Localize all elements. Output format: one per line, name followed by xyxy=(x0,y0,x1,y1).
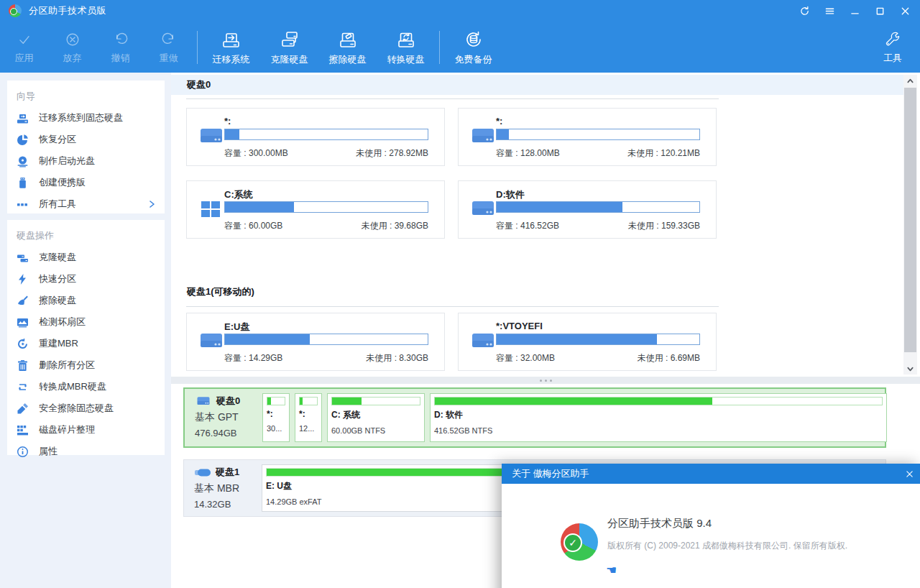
toolbar-cancel-button[interactable]: 放弃 xyxy=(48,26,96,69)
sidebar-item[interactable]: 擦除硬盘 xyxy=(7,290,165,311)
disk-migrate-icon xyxy=(221,29,242,50)
volume-card[interactable]: *:容量 : 128.00MB未使用 : 120.21MB xyxy=(458,108,717,166)
disk-convert-icon xyxy=(395,29,417,50)
convert-icon xyxy=(17,381,29,393)
divider xyxy=(186,306,719,307)
dialog-close-icon[interactable] xyxy=(898,464,920,484)
volume-card-footer: 容量 : 300.00MB未使用 : 278.92MB xyxy=(224,147,428,160)
volume-card-footer: 容量 : 60.00GB未使用 : 39.68GB xyxy=(224,220,428,232)
partition-label: *: xyxy=(299,409,318,419)
disk-map-row[interactable]: 硬盘0基本 GPT476.94GB*:30...*:12...C: 系统60.0… xyxy=(183,387,886,448)
partition-usage-bar xyxy=(331,397,420,405)
volume-usage-bar xyxy=(224,334,428,345)
sidebar-item[interactable]: 克隆硬盘 xyxy=(7,247,165,268)
volume-usage-fill xyxy=(497,334,657,344)
window-minimize-icon[interactable] xyxy=(845,2,864,19)
hdd-icon xyxy=(470,198,496,220)
scrollbar-thumb[interactable] xyxy=(904,88,916,352)
badsector-icon xyxy=(17,316,29,329)
sidebar-item-label: 检测坏扇区 xyxy=(39,316,86,329)
volume-card[interactable]: E:U盘容量 : 14.29GB未使用 : 8.30GB xyxy=(186,313,445,371)
volume-card-footer: 容量 : 32.00MB未使用 : 6.69MB xyxy=(496,352,700,364)
link-hand-icon[interactable]: ☚ xyxy=(606,563,617,577)
toolbar-disk-wipe-button[interactable]: 擦除硬盘 xyxy=(318,26,377,69)
volume-card-footer: 容量 : 128.00MB未使用 : 120.21MB xyxy=(496,147,700,160)
toolbar-backup-button[interactable]: 免费备份 xyxy=(444,26,502,69)
volume-card[interactable]: C:系统容量 : 60.00GB未使用 : 39.68GB xyxy=(186,180,445,239)
volume-usage-fill xyxy=(497,129,509,139)
sidebar-item-label: 安全擦除固态硬盘 xyxy=(39,402,114,415)
app-window: 分区助手技术员版 应用放弃撤销重做迁移系统克隆硬盘擦除硬盘转换硬盘免费备份工具 … xyxy=(0,0,920,588)
window-close-icon[interactable] xyxy=(896,2,914,19)
sidebar-item[interactable]: 属性 xyxy=(7,441,165,462)
toolbar-disk-migrate-button[interactable]: 迁移系统 xyxy=(202,26,260,69)
scroll-down-icon[interactable] xyxy=(903,363,917,375)
disk-scheme: 基本 GPT xyxy=(195,411,261,424)
sidebar-item[interactable]: 迁移系统到固态硬盘 xyxy=(7,107,165,129)
title-bar: 分区助手技术员版 xyxy=(0,0,920,22)
volume-card[interactable]: D:软件容量 : 416.52GB未使用 : 159.33GB xyxy=(458,180,717,239)
sidebar-item[interactable]: 删除所有分区 xyxy=(7,354,165,376)
unused-text: 未使用 : 6.69MB xyxy=(638,352,700,364)
hdd-icon xyxy=(195,395,212,408)
sidebar-item[interactable]: 转换成MBR硬盘 xyxy=(7,376,165,398)
sidebar-item[interactable]: 所有工具 xyxy=(7,193,165,215)
partition-block[interactable]: *:12... xyxy=(295,393,322,442)
partition-block[interactable]: *:30... xyxy=(262,393,290,442)
volume-usage-bar xyxy=(496,129,700,140)
sidebar-section-title: 硬盘操作 xyxy=(7,220,165,247)
toolbar-disk-clone-button[interactable]: 克隆硬盘 xyxy=(260,26,318,69)
toolbar-redo-button[interactable]: 重做 xyxy=(144,26,193,69)
toolbar-undo-button[interactable]: 撤销 xyxy=(96,26,144,69)
disk-size: 14.32GB xyxy=(194,499,260,510)
partition-block[interactable]: C: 系统60.00GB NTFS xyxy=(327,393,425,442)
about-dialog-titlebar[interactable]: 关于 傲梅分区助手 xyxy=(502,464,920,484)
broom-icon xyxy=(17,295,29,307)
partition-usage-fill xyxy=(435,398,712,405)
toolbar-disk-convert-button[interactable]: 转换硬盘 xyxy=(377,26,435,69)
capacity-text: 容量 : 128.00MB xyxy=(496,147,560,160)
volume-card[interactable]: *:容量 : 300.00MB未使用 : 278.92MB xyxy=(186,108,445,166)
volume-name: D:软件 xyxy=(496,188,525,201)
toolbar-button-label: 重做 xyxy=(160,52,178,65)
disk-clone-icon xyxy=(279,29,300,50)
partition-block[interactable]: D: 软件416.52GB NTFS xyxy=(430,393,887,442)
redo-icon xyxy=(160,30,178,49)
toolbar-tools-button[interactable]: 工具 xyxy=(870,26,916,69)
window-refresh-icon[interactable] xyxy=(795,2,814,19)
unused-text: 未使用 : 120.21MB xyxy=(627,147,700,160)
sidebar-item[interactable]: 检测坏扇区 xyxy=(7,311,165,333)
sidebar: 向导迁移系统到固态硬盘恢复分区制作启动光盘创建便携版所有工具硬盘操作克隆硬盘快速… xyxy=(0,73,171,588)
disk-group-title: 硬盘0 xyxy=(187,78,211,91)
disk-partitions: *:30...*:12...C: 系统60.00GB NTFSD: 软件416.… xyxy=(262,393,887,442)
sidebar-item[interactable]: 安全擦除固态硬盘 xyxy=(7,398,165,419)
sidebar-item-label: 迁移系统到固态硬盘 xyxy=(39,111,123,124)
sidebar-item[interactable]: 重建MBR xyxy=(7,333,165,354)
toolbar-button-label: 擦除硬盘 xyxy=(329,53,367,66)
vertical-scrollbar[interactable] xyxy=(903,75,917,375)
sidebar-section-2: 硬盘操作克隆硬盘快速分区擦除硬盘检测坏扇区重建MBR删除所有分区转换成MBR硬盘… xyxy=(7,220,165,455)
panel-splitter[interactable] xyxy=(171,377,920,384)
sidebar-item[interactable]: 创建便携版 xyxy=(7,172,165,193)
window-maximize-icon[interactable] xyxy=(870,2,889,19)
toolbar-check-button[interactable]: 应用 xyxy=(0,26,48,69)
partition-usage-bar xyxy=(267,397,285,405)
disk-map-header: 硬盘0基本 GPT476.94GB xyxy=(195,395,261,438)
volume-card-footer: 容量 : 416.52GB未使用 : 159.33GB xyxy=(496,220,700,232)
sidebar-item[interactable]: 恢复分区 xyxy=(7,129,165,150)
capacity-text: 容量 : 416.52GB xyxy=(496,220,559,232)
volume-card-footer: 容量 : 14.29GB未使用 : 8.30GB xyxy=(224,352,428,364)
sidebar-item-label: 所有工具 xyxy=(39,198,76,211)
sidebar-item-label: 擦除硬盘 xyxy=(39,294,76,307)
divider xyxy=(186,98,719,99)
partition-label: C: 系统 xyxy=(331,409,420,421)
volume-card[interactable]: *:VTOYEFI容量 : 32.00MB未使用 : 6.69MB xyxy=(458,313,717,371)
sidebar-item[interactable]: 磁盘碎片整理 xyxy=(7,419,165,441)
sidebar-item[interactable]: 制作启动光盘 xyxy=(7,150,165,172)
product-name: 分区助手技术员版 9.4 xyxy=(607,517,712,530)
disk-scheme: 基本 MBR xyxy=(194,482,260,495)
volume-name: *: xyxy=(496,116,502,127)
window-menu-icon[interactable] xyxy=(820,2,839,19)
sidebar-item[interactable]: 快速分区 xyxy=(7,268,165,290)
scroll-up-icon[interactable] xyxy=(903,75,917,86)
